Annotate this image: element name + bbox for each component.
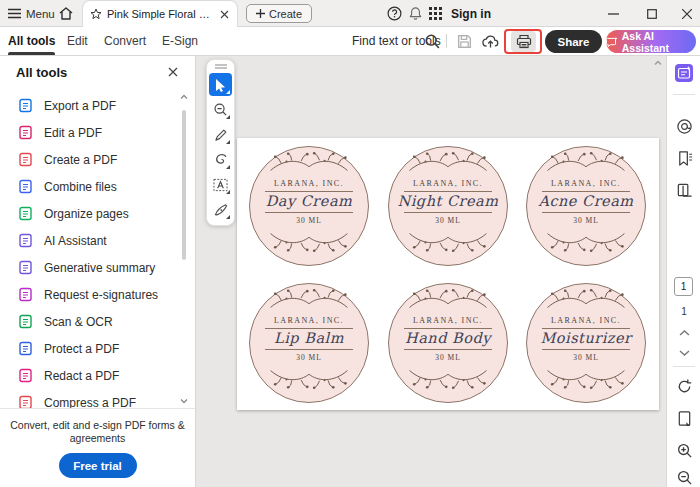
panel-close-icon[interactable] xyxy=(166,65,180,79)
free-trial-label: Free trial xyxy=(73,460,122,472)
divider-line xyxy=(265,212,353,213)
divider-line xyxy=(542,212,630,213)
document-tab[interactable]: Pink Simple Floral Skin ... xyxy=(82,0,238,27)
panel-title: All tools xyxy=(16,65,67,80)
window-close-button[interactable] xyxy=(676,0,698,27)
scrollbar-thumb[interactable] xyxy=(182,110,186,260)
search-icon[interactable] xyxy=(424,33,441,50)
tab-all-tools[interactable]: All tools xyxy=(8,27,55,55)
submenu-corner xyxy=(226,215,230,219)
document-canvas[interactable]: LARANA, INC. Day Cream 30 ML LARANA, INC… xyxy=(196,56,666,487)
tab-convert[interactable]: Convert xyxy=(104,27,146,55)
print-button[interactable] xyxy=(511,31,536,52)
page-total-label: 1 xyxy=(667,306,700,317)
divider-line xyxy=(404,328,492,329)
sidebar-item-request-e-signatures[interactable]: Request e-signatures xyxy=(0,281,176,308)
help-icon xyxy=(387,6,402,21)
divider-line xyxy=(404,349,492,350)
label-circle-lip-balm: LARANA, INC. Lip Balm 30 ML xyxy=(249,283,369,403)
toolbar-drag-handle[interactable] xyxy=(215,64,227,69)
zoom-in-icon[interactable] xyxy=(676,442,693,459)
page-number-value: 1 xyxy=(681,281,687,292)
product-name: Moisturizer xyxy=(540,330,631,346)
submenu-corner xyxy=(226,140,230,144)
save-icon[interactable] xyxy=(456,33,473,50)
fill-sign-tool-button[interactable] xyxy=(209,198,232,221)
floral-branch-icon xyxy=(404,226,492,252)
lasso-tool-button[interactable] xyxy=(209,148,232,171)
upload-cloud-icon[interactable] xyxy=(482,33,499,50)
submenu-corner xyxy=(226,165,230,169)
sidebar-item-label: Request e-signatures xyxy=(44,288,158,302)
size-text: 30 ML xyxy=(573,353,599,362)
compress-pdf-icon xyxy=(18,395,33,408)
tab-esign[interactable]: E-Sign xyxy=(162,27,198,55)
scroll-down-icon[interactable] xyxy=(179,396,189,406)
sidebar-item-label: Redact a PDF xyxy=(44,369,119,383)
notifications-button[interactable] xyxy=(408,0,423,27)
sidebar-item-scan-ocr[interactable]: Scan & OCR xyxy=(0,308,176,335)
right-tools-rail: 1 1 xyxy=(666,56,700,487)
floral-branch-icon xyxy=(404,363,492,389)
sidebar-item-export-a-pdf[interactable]: Export a PDF xyxy=(0,92,176,119)
size-text: 30 ML xyxy=(573,216,599,225)
select-tool-button[interactable] xyxy=(209,73,232,96)
brand-text: LARANA, INC. xyxy=(274,179,344,188)
label-circle-hand-body: LARANA, INC. Hand Body 30 ML xyxy=(388,283,508,403)
comments-button[interactable] xyxy=(676,118,693,135)
previous-page-icon[interactable] xyxy=(676,328,693,338)
sidebar-item-create-a-pdf[interactable]: Create a PDF xyxy=(0,146,176,173)
submenu-corner xyxy=(226,115,230,119)
page-thumbnails-button[interactable] xyxy=(676,182,693,199)
zoom-tool-button[interactable] xyxy=(209,98,232,121)
fit-page-icon[interactable] xyxy=(676,410,693,427)
sidebar-item-ai-assistant[interactable]: AI Assistant xyxy=(0,227,176,254)
sidebar-item-compress-a-pdf[interactable]: Compress a PDF xyxy=(0,389,176,408)
sidebar-item-protect-a-pdf[interactable]: Protect a PDF xyxy=(0,335,176,362)
sidebar-item-redact-a-pdf[interactable]: Redact a PDF xyxy=(0,362,176,389)
panel-scrollbar[interactable] xyxy=(178,92,190,408)
sidebar-item-generative-summary[interactable]: Generative summary xyxy=(0,254,176,281)
sidebar-item-combine-files[interactable]: Combine files xyxy=(0,173,176,200)
window-minimize-button[interactable] xyxy=(602,0,624,27)
tab-label: Edit xyxy=(67,34,88,48)
print-icon xyxy=(516,34,532,49)
scroll-up-icon[interactable] xyxy=(179,92,189,102)
floral-branch-icon xyxy=(542,226,630,252)
generative-summary-icon xyxy=(675,64,693,82)
sidebar-item-edit-a-pdf[interactable]: Edit a PDF xyxy=(0,119,176,146)
tab-edit[interactable]: Edit xyxy=(67,27,88,55)
sidebar-item-organize-pages[interactable]: Organize pages xyxy=(0,200,176,227)
ask-ai-assistant-button[interactable]: Ask AI Assistant xyxy=(606,30,696,53)
bookmarks-button[interactable] xyxy=(676,150,693,167)
size-text: 30 ML xyxy=(296,353,322,362)
plus-icon xyxy=(256,9,265,18)
pencil-tool-button[interactable] xyxy=(209,123,232,146)
home-icon xyxy=(58,6,74,21)
window-maximize-button[interactable] xyxy=(641,0,663,27)
document-tab-title: Pink Simple Floral Skin ... xyxy=(107,8,215,20)
menu-label: Menu xyxy=(26,8,55,20)
share-button[interactable]: Share xyxy=(545,30,602,53)
close-tab-icon[interactable] xyxy=(220,10,229,19)
next-page-icon[interactable] xyxy=(676,348,693,358)
apps-grid-button[interactable] xyxy=(429,0,442,27)
export-pdf-icon xyxy=(18,98,33,113)
rotate-page-icon[interactable] xyxy=(676,378,693,395)
page-number-input[interactable]: 1 xyxy=(674,277,693,296)
menu-button[interactable]: Menu xyxy=(8,0,55,27)
label-circle-night-cream: LARANA, INC. Night Cream 30 ML xyxy=(388,146,508,266)
sidebar-item-label: Combine files xyxy=(44,180,117,194)
window-close-icon xyxy=(682,9,692,19)
free-trial-button[interactable]: Free trial xyxy=(59,453,137,478)
select-text-tool-button[interactable] xyxy=(209,173,232,196)
home-button[interactable] xyxy=(58,0,74,27)
generative-summary-button[interactable] xyxy=(675,64,693,82)
canvas-scroll-up-icon[interactable] xyxy=(653,58,663,68)
rail-divider xyxy=(673,366,695,367)
create-tab-button[interactable]: Create xyxy=(246,4,312,23)
help-button[interactable] xyxy=(387,0,402,27)
sign-in-button[interactable]: Sign in xyxy=(451,0,491,27)
sidebar-item-label: Export a PDF xyxy=(44,99,116,113)
zoom-out-icon[interactable] xyxy=(676,469,693,486)
